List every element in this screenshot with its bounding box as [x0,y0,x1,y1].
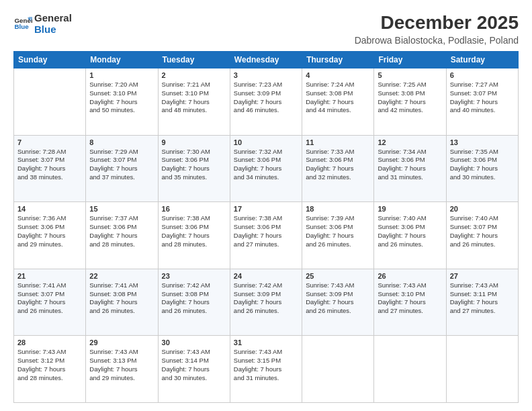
table-row: 8Sunrise: 7:29 AMSunset: 3:07 PMDaylight… [86,135,158,202]
day-info: Sunrise: 7:40 AMSunset: 3:06 PMDaylight:… [378,214,442,248]
day-info: Sunrise: 7:42 AMSunset: 3:09 PMDaylight:… [234,281,298,316]
col-header-tuesday: Tuesday [158,52,230,68]
day-info: Sunrise: 7:43 AMSunset: 3:14 PMDaylight:… [162,348,226,382]
day-info: Sunrise: 7:34 AMSunset: 3:06 PMDaylight:… [378,148,442,182]
table-row: 6Sunrise: 7:27 AMSunset: 3:07 PMDaylight… [446,68,518,136]
header: General Blue General Blue December 2025 … [13,12,519,46]
col-header-sunday: Sunday [14,52,86,68]
day-number: 22 [89,272,154,280]
day-info: Sunrise: 7:43 AMSunset: 3:13 PMDaylight:… [89,348,154,382]
day-info: Sunrise: 7:35 AMSunset: 3:06 PMDaylight:… [450,148,515,182]
table-row: 29Sunrise: 7:43 AMSunset: 3:13 PMDayligh… [86,336,158,403]
day-info: Sunrise: 7:30 AMSunset: 3:06 PMDaylight:… [162,148,226,182]
col-header-thursday: Thursday [302,52,374,68]
day-info: Sunrise: 7:41 AMSunset: 3:08 PMDaylight:… [89,281,154,316]
col-header-friday: Friday [374,52,446,68]
col-header-monday: Monday [86,52,158,68]
day-number: 30 [162,338,226,347]
table-row: 26Sunrise: 7:43 AMSunset: 3:10 PMDayligh… [374,269,446,336]
day-number: 27 [450,272,515,280]
table-row [302,336,374,403]
subtitle: Dabrowa Bialostocka, Podlasie, Poland [355,35,519,46]
day-number: 29 [89,338,154,347]
table-row: 19Sunrise: 7:40 AMSunset: 3:06 PMDayligh… [374,202,446,269]
day-number: 9 [162,138,226,146]
day-number: 28 [17,338,82,347]
day-number: 6 [450,71,515,79]
day-number: 23 [162,272,226,280]
table-row: 23Sunrise: 7:42 AMSunset: 3:08 PMDayligh… [158,269,230,336]
day-number: 4 [306,71,370,79]
main-title: December 2025 [355,12,519,34]
day-number: 20 [450,205,515,213]
day-number: 26 [378,272,442,280]
table-row: 24Sunrise: 7:42 AMSunset: 3:09 PMDayligh… [230,269,302,336]
day-number: 31 [234,338,298,347]
day-info: Sunrise: 7:24 AMSunset: 3:08 PMDaylight:… [306,81,370,115]
day-number: 21 [17,272,82,280]
day-info: Sunrise: 7:33 AMSunset: 3:06 PMDaylight:… [306,148,370,182]
table-row: 25Sunrise: 7:43 AMSunset: 3:09 PMDayligh… [302,269,374,336]
table-row: 10Sunrise: 7:32 AMSunset: 3:06 PMDayligh… [230,135,302,202]
table-row: 27Sunrise: 7:43 AMSunset: 3:11 PMDayligh… [446,269,518,336]
table-row: 31Sunrise: 7:43 AMSunset: 3:15 PMDayligh… [230,336,302,403]
day-number: 10 [234,138,298,146]
day-number: 17 [234,205,298,213]
table-row [446,336,518,403]
table-row: 4Sunrise: 7:24 AMSunset: 3:08 PMDaylight… [302,68,374,136]
day-info: Sunrise: 7:40 AMSunset: 3:07 PMDaylight:… [450,214,515,248]
day-number: 19 [378,205,442,213]
logo-general: General [34,12,72,24]
day-number: 24 [234,272,298,280]
day-info: Sunrise: 7:28 AMSunset: 3:07 PMDaylight:… [17,148,82,182]
day-info: Sunrise: 7:43 AMSunset: 3:15 PMDaylight:… [234,348,298,382]
day-info: Sunrise: 7:43 AMSunset: 3:11 PMDaylight:… [450,281,515,316]
table-row: 1Sunrise: 7:20 AMSunset: 3:10 PMDaylight… [86,68,158,136]
day-info: Sunrise: 7:43 AMSunset: 3:09 PMDaylight:… [306,281,370,316]
day-number: 8 [89,138,154,146]
table-row: 28Sunrise: 7:43 AMSunset: 3:12 PMDayligh… [14,336,86,403]
day-number: 11 [306,138,370,146]
day-info: Sunrise: 7:43 AMSunset: 3:12 PMDaylight:… [17,348,82,382]
day-info: Sunrise: 7:25 AMSunset: 3:08 PMDaylight:… [378,81,442,115]
day-info: Sunrise: 7:41 AMSunset: 3:07 PMDaylight:… [17,281,82,316]
day-info: Sunrise: 7:23 AMSunset: 3:09 PMDaylight:… [234,81,298,115]
day-info: Sunrise: 7:29 AMSunset: 3:07 PMDaylight:… [89,148,154,182]
table-row: 14Sunrise: 7:36 AMSunset: 3:06 PMDayligh… [14,202,86,269]
table-row: 11Sunrise: 7:33 AMSunset: 3:06 PMDayligh… [302,135,374,202]
table-row [374,336,446,403]
table-row: 20Sunrise: 7:40 AMSunset: 3:07 PMDayligh… [446,202,518,269]
col-header-saturday: Saturday [446,52,518,68]
day-number: 12 [378,138,442,146]
logo-icon: General Blue [13,14,32,33]
day-info: Sunrise: 7:20 AMSunset: 3:10 PMDaylight:… [89,81,154,115]
day-number: 13 [450,138,515,146]
day-number: 15 [89,205,154,213]
day-info: Sunrise: 7:36 AMSunset: 3:06 PMDaylight:… [17,214,82,248]
calendar-table: SundayMondayTuesdayWednesdayThursdayFrid… [13,51,519,403]
day-number: 14 [17,205,82,213]
day-info: Sunrise: 7:27 AMSunset: 3:07 PMDaylight:… [450,81,515,115]
table-row: 30Sunrise: 7:43 AMSunset: 3:14 PMDayligh… [158,336,230,403]
day-info: Sunrise: 7:32 AMSunset: 3:06 PMDaylight:… [234,148,298,182]
day-number: 2 [162,71,226,79]
table-row: 22Sunrise: 7:41 AMSunset: 3:08 PMDayligh… [86,269,158,336]
table-row: 16Sunrise: 7:38 AMSunset: 3:06 PMDayligh… [158,202,230,269]
day-info: Sunrise: 7:39 AMSunset: 3:06 PMDaylight:… [306,214,370,248]
table-row: 15Sunrise: 7:37 AMSunset: 3:06 PMDayligh… [86,202,158,269]
day-number: 16 [162,205,226,213]
table-row: 21Sunrise: 7:41 AMSunset: 3:07 PMDayligh… [14,269,86,336]
title-block: December 2025 Dabrowa Bialostocka, Podla… [355,12,519,46]
day-info: Sunrise: 7:43 AMSunset: 3:10 PMDaylight:… [378,281,442,316]
table-row: 13Sunrise: 7:35 AMSunset: 3:06 PMDayligh… [446,135,518,202]
table-row: 5Sunrise: 7:25 AMSunset: 3:08 PMDaylight… [374,68,446,136]
table-row: 18Sunrise: 7:39 AMSunset: 3:06 PMDayligh… [302,202,374,269]
table-row: 7Sunrise: 7:28 AMSunset: 3:07 PMDaylight… [14,135,86,202]
day-number: 1 [89,71,154,79]
day-number: 25 [306,272,370,280]
table-row: 17Sunrise: 7:38 AMSunset: 3:06 PMDayligh… [230,202,302,269]
table-row: 3Sunrise: 7:23 AMSunset: 3:09 PMDaylight… [230,68,302,136]
day-number: 7 [17,138,82,146]
logo-blue: Blue [34,24,72,35]
day-info: Sunrise: 7:38 AMSunset: 3:06 PMDaylight:… [162,214,226,248]
